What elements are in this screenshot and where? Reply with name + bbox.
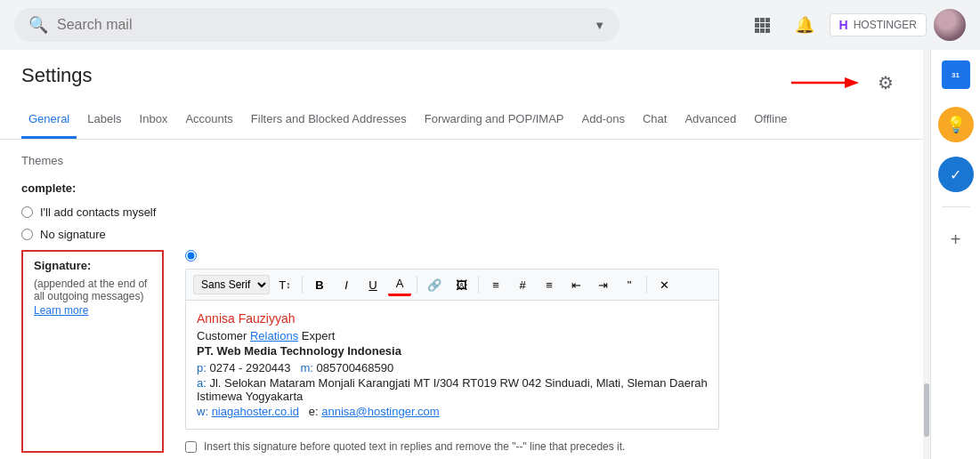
tab-labels[interactable]: Labels <box>80 101 128 139</box>
indent-left-button[interactable]: ⇤ <box>564 273 587 296</box>
calendar-icon: 31 <box>942 60 970 89</box>
svg-rect-3 <box>755 23 759 28</box>
main-area: Settings ⚙ General Labels Inbox Accounts… <box>0 50 980 459</box>
svg-rect-5 <box>765 23 770 28</box>
sig-web-label: w: <box>197 405 208 418</box>
svg-rect-8 <box>765 28 770 33</box>
sig-address-label: a: <box>197 376 207 390</box>
signature-label-title: Signature: <box>34 259 151 272</box>
top-bar: 🔍 ▼ 🔔 H HOSTINGER <box>0 0 980 50</box>
learn-more-link[interactable]: Learn more <box>34 304 88 317</box>
sig-email-link[interactable]: annisa@hostinger.com <box>321 405 439 418</box>
complete-label: complete: <box>21 181 902 195</box>
quote-button[interactable]: " <box>618 273 641 296</box>
sig-address: a: Jl. Selokan Mataram Monjali Karangjat… <box>197 376 708 403</box>
bell-icon: 🔔 <box>795 15 814 35</box>
settings-title: Settings <box>21 64 93 87</box>
sidebar-keep-icon[interactable]: 💡 <box>938 107 974 142</box>
link-button[interactable]: 🔗 <box>423 273 446 296</box>
text-color-button[interactable]: A <box>388 273 411 296</box>
search-icon: 🔍 <box>28 15 48 35</box>
svg-rect-4 <box>760 23 765 28</box>
svg-rect-1 <box>760 18 765 22</box>
radio-no-signature-input[interactable] <box>21 229 33 240</box>
font-size-button[interactable]: T↕ <box>273 273 296 296</box>
signature-label-desc: (appended at the end of all outgoing mes… <box>34 278 151 302</box>
signature-editor: Sans Serif T↕ B I U A 🔗 🖼 <box>185 269 719 430</box>
search-bar[interactable]: 🔍 ▼ <box>14 8 620 42</box>
sig-address-text: Jl. Selokan Mataram Monjali Karangjati M… <box>197 376 708 403</box>
settings-gear-button[interactable]: ⚙ <box>870 67 902 99</box>
hostinger-logo: H <box>839 18 848 32</box>
sig-footer-checkbox[interactable] <box>185 441 197 453</box>
lightbulb-icon: 💡 <box>946 115 966 134</box>
sig-title-suffix: Expert <box>298 329 335 342</box>
radio-no-signature: No signature <box>21 228 902 241</box>
gear-icon: ⚙ <box>878 72 894 93</box>
tab-general[interactable]: General <box>21 101 77 139</box>
tab-forwarding[interactable]: Forwarding and POP/IMAP <box>417 101 571 139</box>
radio-add-contacts-label[interactable]: I'll add contacts myself <box>40 205 156 219</box>
sig-mobile-label: m: <box>300 361 312 374</box>
settings-tabs: General Labels Inbox Accounts Filters an… <box>0 101 923 140</box>
sig-name: Annisa Fauziyyah <box>197 311 708 326</box>
image-button[interactable]: 🖼 <box>450 273 473 296</box>
sig-phone-label: p: <box>197 361 207 374</box>
toolbar-sep-3 <box>478 276 479 294</box>
font-family-select[interactable]: Sans Serif <box>193 275 270 294</box>
toolbar-sep-4 <box>646 276 647 294</box>
sig-phone-number: 0274 - 2920443 <box>209 361 290 374</box>
right-sidebar: 31 💡 ✓ + <box>930 50 980 459</box>
tab-addons[interactable]: Add-ons <box>575 101 632 139</box>
red-arrow <box>791 72 863 93</box>
sig-relations-link[interactable]: Relations <box>250 329 298 342</box>
sidebar-calendar-icon[interactable]: 31 <box>938 57 974 93</box>
sig-desc-text: (appended at the end of all outgoing mes… <box>34 278 147 302</box>
signature-toolbar: Sans Serif T↕ B I U A 🔗 🖼 <box>186 270 718 301</box>
align-button[interactable]: ≡ <box>484 273 507 296</box>
svg-rect-7 <box>760 28 765 33</box>
sig-footer: Insert this signature before quoted text… <box>185 440 902 453</box>
unordered-list-button[interactable]: ≡ <box>538 273 561 296</box>
sig-web-url[interactable]: niagahoster.co.id <box>212 405 299 418</box>
ordered-list-button[interactable]: # <box>511 273 534 296</box>
header-row: Settings ⚙ <box>0 50 923 101</box>
tab-chat[interactable]: Chat <box>636 101 674 139</box>
svg-rect-6 <box>755 28 759 33</box>
search-dropdown-icon[interactable]: ▼ <box>594 19 605 32</box>
sig-email-label: e: <box>309 405 319 418</box>
italic-button[interactable]: I <box>335 273 358 296</box>
signature-section: Signature: (appended at the end of all o… <box>21 250 902 453</box>
user-avatar[interactable] <box>934 9 966 41</box>
bold-button[interactable]: B <box>308 273 331 296</box>
radio-signature-input[interactable] <box>185 250 197 262</box>
sidebar-add-button[interactable]: + <box>938 221 974 257</box>
signature-content[interactable]: Annisa Fauziyyah Customer Relations Expe… <box>186 301 718 429</box>
search-input[interactable] <box>57 17 585 33</box>
signature-options: Sans Serif T↕ B I U A 🔗 🖼 <box>185 250 902 453</box>
scrollbar-thumb[interactable] <box>924 383 929 437</box>
notification-button[interactable]: 🔔 <box>787 7 822 43</box>
tab-filters[interactable]: Filters and Blocked Addresses <box>244 101 414 139</box>
grid-menu-button[interactable] <box>744 7 780 43</box>
top-bar-right: 🔔 H HOSTINGER <box>744 7 966 43</box>
remove-format-button[interactable]: ✕ <box>652 273 676 296</box>
sig-phone: p: 0274 - 2920443 m: 085700468590 <box>197 361 708 374</box>
themes-link[interactable]: Themes <box>21 154 63 167</box>
radio-add-contacts-input[interactable] <box>21 206 33 218</box>
tasks-icon: ✓ <box>950 166 961 183</box>
tab-advanced[interactable]: Advanced <box>677 101 743 139</box>
sig-footer-text: Insert this signature before quoted text… <box>204 440 625 453</box>
radio-no-signature-label[interactable]: No signature <box>40 228 106 241</box>
toolbar-sep-2 <box>417 276 417 294</box>
underline-button[interactable]: U <box>361 273 385 296</box>
sidebar-tasks-icon[interactable]: ✓ <box>938 157 974 192</box>
indent-right-button[interactable]: ⇥ <box>591 273 614 296</box>
tab-offline[interactable]: Offline <box>747 101 794 139</box>
sig-web: w: niagahoster.co.id e: annisa@hostinger… <box>197 405 708 418</box>
radio-add-contacts: I'll add contacts myself <box>21 205 902 219</box>
hostinger-label: HOSTINGER <box>854 19 917 31</box>
tab-accounts[interactable]: Accounts <box>178 101 239 139</box>
tab-inbox[interactable]: Inbox <box>133 101 175 139</box>
hostinger-badge[interactable]: H HOSTINGER <box>830 13 927 36</box>
